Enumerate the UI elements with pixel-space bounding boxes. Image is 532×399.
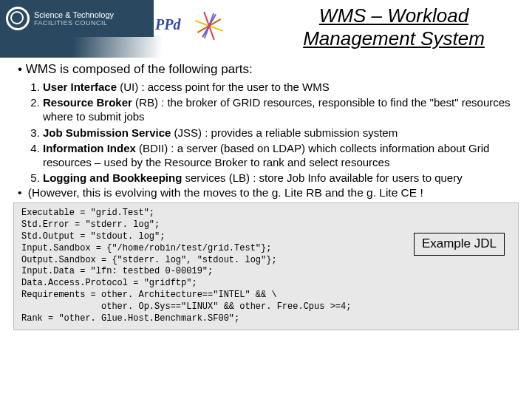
parts-list: User Interface (UI) : access point for t…: [43, 80, 517, 185]
slide-title: WMS – Workload Management System: [272, 4, 516, 50]
header-swoosh: [0, 35, 296, 58]
stfc-logo: Science & Technology FACILITIES COUNCIL: [0, 0, 154, 37]
list-item: Information Index (BDII) : a server (bas…: [43, 141, 517, 169]
list-item: Logging and Bookkeeping services (LB) : …: [43, 171, 517, 185]
list-item: Job Submission Service (JSS) : provides …: [43, 126, 517, 140]
jdl-code: Executable = "grid.Test"; Std.Error = "s…: [21, 208, 351, 323]
stfc-ring-icon: [6, 7, 30, 30]
stfc-logo-text: Science & Technology FACILITIES COUNCIL: [34, 10, 114, 27]
jdl-code-box: Executable = "grid.Test"; Std.Error = "s…: [13, 202, 519, 330]
slide-content: WMS is composed of the following parts: …: [0, 58, 532, 200]
logo-line1: Science & Technology: [34, 10, 114, 19]
logo-line2: FACILITIES COUNCIL: [34, 19, 114, 27]
particle-burst-icon: [191, 7, 228, 44]
however-note: (However, this is evolving with the move…: [18, 186, 517, 200]
slide-header: Science & Technology FACILITIES COUNCIL …: [0, 0, 532, 58]
example-jdl-label: Example JDL: [414, 233, 505, 255]
list-item: User Interface (UI) : access point for t…: [43, 80, 517, 94]
intro-bullet: WMS is composed of the following parts:: [18, 62, 517, 77]
ppd-label: PPd: [155, 16, 180, 33]
list-item: Resource Broker (RB) : the broker of GRI…: [43, 95, 517, 123]
